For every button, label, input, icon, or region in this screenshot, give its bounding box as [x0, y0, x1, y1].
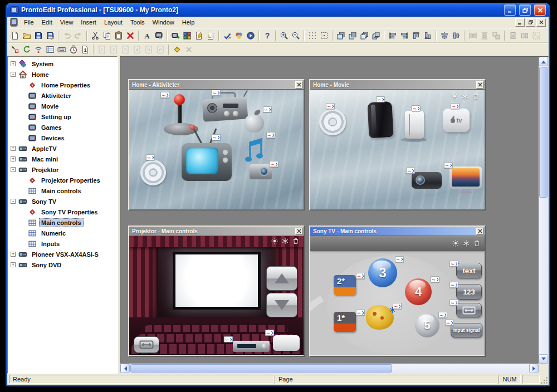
tree-label[interactable]: Home Properties — [39, 81, 92, 90]
tree-label[interactable]: Devices — [39, 134, 67, 143]
camera-link[interactable] — [250, 164, 272, 179]
minimize-button[interactable] — [504, 4, 516, 16]
add-link-button[interactable]: L! — [205, 30, 216, 41]
tree-item-movie-4[interactable]: Movie — [8, 101, 117, 111]
align-left-button[interactable] — [387, 30, 398, 41]
tree-item-games-6[interactable]: Games — [8, 122, 117, 133]
menu-tools[interactable]: Tools — [126, 18, 149, 27]
panel-canvas-movie[interactable]: tv — [310, 89, 485, 209]
tree-item-home-1[interactable]: -Home — [8, 69, 117, 80]
panel-properties-button[interactable] — [153, 30, 164, 41]
tree-label[interactable]: Pioneer VSX-AX4ASi-S — [30, 250, 101, 259]
menu-help[interactable]: Help — [178, 18, 199, 27]
align-right-button[interactable] — [399, 30, 410, 41]
panel-canvas-projektor[interactable] — [129, 236, 304, 355]
tree-item-main-controls-15[interactable]: Main controls — [8, 217, 117, 228]
paste-button[interactable] — [113, 30, 124, 41]
horizontal-scroll-thumb[interactable] — [130, 364, 392, 373]
action-list-button[interactable] — [45, 44, 56, 55]
scroll-up-button[interactable] — [539, 57, 548, 66]
player-link[interactable] — [273, 335, 300, 351]
bring-forward-button[interactable] — [359, 30, 370, 41]
close-icon[interactable] — [476, 228, 483, 235]
menu-edit[interactable]: Edit — [38, 18, 56, 27]
panel-titlebar[interactable]: Projektor - Main controls — [129, 227, 304, 236]
panel-canvas-sonytv[interactable]: Se på TV 3 4 5 2* 1* text 123 input sign… — [310, 236, 485, 355]
collapse-icon[interactable]: - — [11, 72, 16, 77]
hard-buttons-button[interactable] — [56, 44, 67, 55]
tree-item-numeric-16[interactable]: Numeric — [8, 228, 117, 238]
save-button[interactable] — [33, 30, 44, 41]
picture-format-button[interactable] — [456, 303, 482, 317]
tree-item-inputs-17[interactable]: Inputs — [8, 238, 117, 249]
simulator-button[interactable] — [245, 30, 256, 41]
tree-item-setting-up-5[interactable]: Setting up — [8, 111, 117, 122]
menu-file[interactable]: File — [20, 18, 38, 27]
tree-item-main-controls-12[interactable]: Main controls — [8, 185, 117, 196]
horizontal-scrollbar[interactable] — [120, 364, 539, 373]
open-button[interactable] — [21, 30, 32, 41]
tree-item-system-0[interactable]: +System — [8, 58, 117, 69]
child-minimize-button[interactable] — [515, 18, 525, 27]
appletv-link[interactable]: tv — [443, 109, 470, 132]
screen-format-button[interactable] — [134, 336, 159, 353]
gallery-button[interactable] — [182, 30, 193, 41]
tree-label[interactable]: Main controls — [39, 218, 84, 227]
tree-label[interactable]: Main controls — [39, 187, 84, 195]
timer-button[interactable] — [68, 44, 79, 55]
add-panel-button[interactable] — [170, 30, 181, 41]
zoom-in-button[interactable] — [278, 30, 290, 41]
copy-button[interactable] — [101, 30, 113, 41]
send-backward-button[interactable] — [370, 30, 382, 41]
panel-titlebar[interactable]: Home - Movie — [310, 80, 485, 89]
center-horizontal-button[interactable] — [439, 30, 450, 41]
tree-item-aktiviteter-3[interactable]: Aktiviteter — [8, 90, 117, 101]
tree-item-mac-mini-9[interactable]: +Mac mini — [8, 154, 117, 164]
colors-button[interactable] — [233, 30, 245, 41]
close-button[interactable] — [534, 4, 546, 16]
vertical-scrollbar[interactable] — [539, 57, 548, 364]
tree-label[interactable]: Home — [30, 70, 51, 79]
cut-button[interactable] — [90, 30, 101, 41]
receiver-link[interactable] — [233, 341, 270, 352]
expand-icon[interactable]: + — [11, 252, 16, 257]
menu-window[interactable]: Window — [149, 18, 178, 27]
panel-canvas-aktiviteter[interactable] — [129, 89, 304, 209]
tree-item-projektor-properties-11[interactable]: Projektor Properties — [8, 175, 117, 185]
tree-label[interactable]: Sony TV — [30, 197, 58, 206]
scroll-left-button[interactable] — [120, 364, 130, 373]
tree-label[interactable]: Aktiviteter — [39, 91, 74, 100]
digit-2-button[interactable]: 2* — [334, 275, 356, 295]
tree-item-sony-dvd-19[interactable]: +Sony DVD — [8, 259, 117, 270]
tree-label[interactable]: Numeric — [39, 229, 68, 238]
align-top-button[interactable] — [411, 30, 422, 41]
child-restore-button[interactable] — [526, 18, 535, 27]
tree-label[interactable]: Setting up — [39, 112, 74, 121]
add-action-button[interactable] — [193, 30, 204, 41]
tree-item-projektor-10[interactable]: -Projektor — [8, 164, 117, 175]
child-close-button[interactable] — [536, 18, 546, 27]
expand-icon[interactable]: + — [11, 156, 16, 161]
tree-item-sony-tv-properties-14[interactable]: Sony TV Properties — [8, 207, 117, 217]
align-bottom-button[interactable] — [422, 30, 433, 41]
verify-button[interactable] — [222, 30, 233, 41]
digit-4-button[interactable]: 4 — [405, 278, 432, 305]
resize-grip[interactable] — [541, 377, 548, 384]
numeric-button[interactable]: 123 — [456, 284, 482, 300]
digit-1-button[interactable]: 1* — [334, 312, 356, 332]
apple-link[interactable] — [244, 114, 264, 133]
send-to-back-button[interactable] — [347, 30, 358, 41]
menu-view[interactable]: View — [56, 18, 77, 27]
transform-mode-button[interactable] — [9, 44, 21, 55]
close-icon[interactable] — [295, 228, 302, 235]
close-icon[interactable] — [476, 81, 483, 89]
screen-up-button[interactable] — [266, 266, 297, 291]
help-button[interactable]: ? — [262, 30, 273, 41]
console-link[interactable] — [367, 101, 393, 138]
document-icon[interactable] — [9, 18, 18, 27]
tree-label[interactable]: Movie — [39, 102, 61, 111]
tree-label[interactable]: Projektor — [30, 165, 61, 174]
center-vertical-button[interactable] — [451, 30, 462, 41]
delete-button[interactable] — [125, 30, 136, 41]
vertical-scroll-thumb[interactable] — [539, 67, 548, 198]
